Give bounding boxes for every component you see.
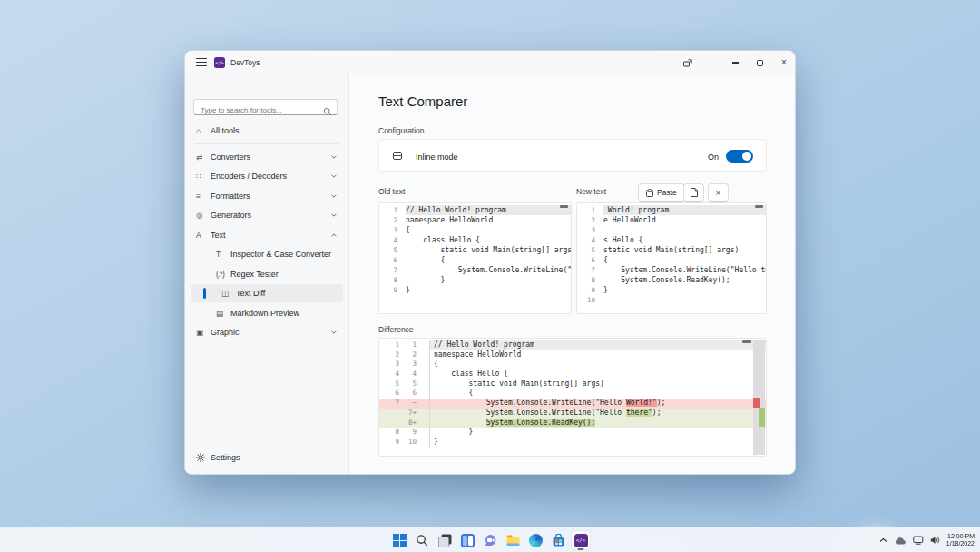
- new-line-number: 10: [399, 438, 416, 448]
- network-icon[interactable]: [913, 536, 924, 545]
- volume-icon[interactable]: [930, 536, 940, 545]
- taskbar-file-explorer-icon[interactable]: [503, 530, 523, 550]
- maximize-button[interactable]: [752, 56, 767, 69]
- sidebar-item-formatters[interactable]: ≡Formatters: [191, 187, 343, 205]
- sidebar-item-markdown-preview[interactable]: ▤Markdown Preview: [191, 304, 343, 322]
- inline-mode-toggle[interactable]: [726, 150, 753, 163]
- clock-time: 12:00 PM: [946, 533, 975, 541]
- code-line: 9}: [577, 285, 766, 295]
- sidebar-item-settings[interactable]: Settings: [191, 448, 343, 467]
- old-paste-button[interactable]: Paste: [638, 183, 685, 202]
- search-icon: [323, 104, 332, 120]
- new-line-number: 2: [399, 350, 416, 360]
- old-open-file-button[interactable]: [683, 183, 704, 202]
- diff-line-text: {: [429, 360, 766, 370]
- taskbar-devtoys-icon[interactable]: </>: [571, 530, 591, 550]
- line-number: 4: [577, 235, 595, 245]
- sidebar-item-label: Regex Tester: [230, 270, 338, 279]
- chevron-down-icon: [330, 153, 338, 161]
- sidebar-item-label: Converters: [211, 153, 327, 162]
- line-number: 6: [379, 255, 397, 265]
- sidebar-divider: [194, 143, 339, 144]
- taskbar-start-icon[interactable]: [389, 530, 409, 550]
- code-line: 5static void Main(string[] args): [577, 245, 766, 255]
- old-line-number: 8: [379, 428, 399, 438]
- line-text: }: [406, 275, 571, 285]
- taskbar-search-icon[interactable]: [412, 530, 432, 550]
- sidebar-item-text[interactable]: AText: [191, 226, 343, 244]
- hamburger-menu-icon[interactable]: [196, 58, 207, 67]
- code-line: 8 }: [379, 275, 571, 285]
- scrollbar-thumb[interactable]: [742, 340, 751, 343]
- taskbar-store-icon[interactable]: [548, 530, 568, 550]
- sidebar-item-all-tools[interactable]: ⌂All tools: [191, 122, 343, 140]
- scrollbar-thumb[interactable]: [560, 205, 568, 208]
- text-icon: A: [196, 231, 211, 240]
- sidebar-item-graphic[interactable]: ▣Graphic: [191, 323, 343, 341]
- onedrive-cloud-icon[interactable]: [894, 537, 906, 545]
- compact-overlay-button[interactable]: [681, 56, 695, 69]
- regex-icon: (.*): [216, 270, 230, 279]
- line-number: 2: [379, 215, 397, 225]
- taskbar-edge-icon[interactable]: [525, 530, 545, 550]
- file-icon: [691, 188, 698, 197]
- clear-icon: ×: [716, 188, 721, 198]
- diff-line-text: }: [429, 438, 766, 448]
- toggle-knob: [742, 152, 751, 161]
- titlebar[interactable]: </> DevToys ×: [185, 51, 795, 74]
- line-text: }: [406, 285, 571, 295]
- line-number: 3: [379, 225, 397, 235]
- new-line-number: 6: [399, 389, 416, 399]
- chevron-down-icon: [330, 212, 338, 219]
- close-icon: ×: [781, 58, 787, 67]
- old-clear-button[interactable]: ×: [708, 183, 729, 202]
- line-text: static void Main(string[] args): [603, 245, 766, 255]
- removed-line-marker: [753, 398, 760, 408]
- minimize-button[interactable]: [728, 56, 742, 69]
- markdown-icon: ▤: [216, 309, 230, 318]
- sidebar-item-inspector-case-converter[interactable]: TInspector & Case Converter: [191, 245, 343, 263]
- new-text-label: New text: [576, 187, 606, 196]
- diff-line-text: }: [429, 428, 766, 438]
- code-line: 2namespace HelloWorld: [379, 215, 571, 225]
- code-line: 3: [577, 225, 766, 235]
- line-text: {: [603, 255, 766, 265]
- old-line-number: [379, 419, 399, 429]
- taskbar-task-view-icon[interactable]: [435, 530, 455, 550]
- code-line: 7 System.Console.WriteLine("Hello there"…: [577, 265, 766, 275]
- difference-editor[interactable]: 11// Hello World! program22namespace Hel…: [378, 338, 767, 457]
- inspector-case-icon: T: [216, 250, 230, 259]
- taskbar-widgets-icon[interactable]: [457, 530, 477, 550]
- close-button[interactable]: ×: [777, 56, 791, 69]
- sidebar-item-label: Formatters: [211, 192, 327, 201]
- line-number: 4: [379, 235, 397, 245]
- line-text: System.Console.WriteLine("Hello there");: [603, 265, 766, 275]
- line-number: 7: [379, 265, 397, 275]
- taskbar: </> 12:00 PM 1/18/2022: [0, 527, 980, 552]
- sidebar-item-converters[interactable]: ⇄Converters: [191, 148, 343, 166]
- sidebar-item-generators[interactable]: ◎Generators: [191, 206, 343, 224]
- old-text-editor[interactable]: 1// Hello World! program2namespace Hello…: [378, 202, 572, 314]
- app-title: DevToys: [230, 58, 260, 67]
- configuration-label: Configuration: [378, 126, 425, 135]
- new-line-number: 8+: [399, 419, 416, 429]
- new-line-number: 4: [399, 370, 416, 380]
- new-text-editor[interactable]: 1 World! program2e HelloWorld34s Hello {…: [576, 202, 767, 314]
- sidebar-item-text-diff[interactable]: ◫Text Diff: [191, 284, 343, 302]
- sidebar-item-encoders-decoders[interactable]: ∷Encoders / Decoders: [191, 167, 343, 185]
- old-line-number: 4: [379, 370, 399, 380]
- diff-row-context: 33{: [379, 360, 766, 370]
- taskbar-clock[interactable]: 12:00 PM 1/18/2022: [946, 533, 975, 548]
- sidebar-item-regex-tester[interactable]: (.*)Regex Tester: [191, 265, 343, 283]
- line-text: // Hello World! program: [406, 205, 571, 215]
- hidden-icons-chevron-up-icon[interactable]: [879, 537, 887, 543]
- diff-row-removed: 7− System.Console.WriteLine("Hello World…: [379, 399, 766, 409]
- taskbar-chat-icon[interactable]: [480, 530, 500, 550]
- search-input[interactable]: [194, 104, 337, 118]
- code-line: 4 class Hello {: [379, 235, 571, 245]
- new-line-number: 3: [399, 360, 416, 370]
- text-diff-icon: ◫: [221, 289, 236, 298]
- scrollbar-thumb[interactable]: [755, 205, 763, 208]
- taskbar-app-icons: </>: [389, 527, 591, 552]
- diff-line-text: namespace HelloWorld: [429, 350, 766, 360]
